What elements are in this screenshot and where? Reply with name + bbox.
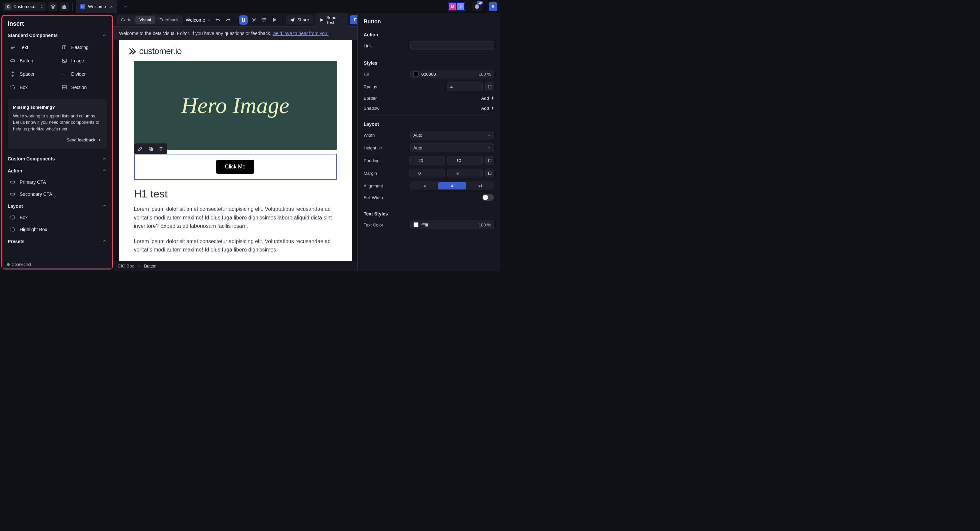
undo-button[interactable] [214, 15, 222, 25]
selected-element[interactable]: Click Me [134, 154, 337, 180]
padding-v-input[interactable] [447, 156, 483, 165]
component-spacer[interactable]: Spacer [6, 68, 57, 80]
logo-text: customer.io [139, 46, 182, 56]
info-title: Missing something? [13, 104, 101, 111]
align-right-icon [477, 184, 482, 188]
project-selector[interactable]: C Customer.i... [3, 2, 46, 11]
padding-label: Padding [364, 158, 409, 163]
spacer-icon [10, 72, 15, 77]
fill-value[interactable]: 000000 [422, 72, 476, 77]
section-layout: Layout [364, 121, 494, 127]
h1-heading[interactable]: H1 test [119, 180, 352, 205]
svg-rect-11 [149, 147, 151, 150]
height-select[interactable]: Auto [410, 144, 494, 152]
mode-code[interactable]: Code [117, 16, 135, 24]
link-input[interactable] [410, 41, 494, 50]
fullwidth-label: Full Width [364, 195, 410, 200]
margin-h-input[interactable] [409, 169, 445, 177]
svg-rect-3 [62, 86, 66, 87]
preview-button[interactable] [270, 15, 278, 25]
new-tab-button[interactable]: + [119, 3, 133, 10]
tab-welcome[interactable]: Welcome × [76, 0, 117, 13]
add-shadow-button[interactable]: Add+ [481, 105, 494, 111]
align-right-button[interactable] [466, 182, 493, 190]
alignment-label: Alignment [364, 183, 410, 188]
breadcrumb-item[interactable]: CIO Box [118, 263, 134, 268]
user-avatar[interactable]: B [488, 2, 497, 11]
home-button[interactable] [60, 2, 69, 11]
share-button[interactable]: Share [286, 15, 313, 24]
button-icon [10, 191, 15, 197]
edit-button[interactable] [135, 144, 145, 153]
sliders-button[interactable] [260, 15, 268, 25]
duplicate-button[interactable] [146, 144, 156, 153]
chevron-right-icon [97, 138, 101, 142]
component-heading[interactable]: Heading [58, 41, 108, 53]
component-image[interactable]: Image [58, 55, 108, 67]
width-select[interactable]: Auto [410, 131, 494, 139]
textcolor-value[interactable]: ffffff [422, 222, 476, 228]
textcolor-opacity[interactable]: 100 % [479, 222, 491, 228]
breadcrumb-item[interactable]: Button [144, 263, 157, 268]
svg-rect-6 [11, 193, 15, 195]
align-center-button[interactable] [438, 182, 466, 190]
hero-image[interactable]: Hero Image [134, 61, 337, 150]
redo-button[interactable] [224, 15, 232, 25]
notifications-button[interactable]: 19 [473, 2, 482, 11]
component-divider[interactable]: Divider [58, 68, 108, 80]
radius-input[interactable] [447, 82, 483, 91]
height-label: Height [364, 145, 410, 150]
chevron-up-icon [102, 239, 107, 243]
send-icon [320, 18, 324, 22]
fill-opacity[interactable]: 100 % [479, 72, 491, 77]
cta-button[interactable]: Click Me [216, 160, 254, 174]
settings-button[interactable] [250, 15, 258, 25]
component-highlight-box[interactable]: Highlight Box [6, 223, 108, 236]
mode-feedback[interactable]: Feedback [155, 16, 182, 24]
fullwidth-toggle[interactable] [482, 194, 494, 201]
device-button[interactable] [239, 15, 248, 25]
share-icon [290, 18, 295, 22]
svg-rect-9 [243, 18, 245, 22]
svg-rect-14 [488, 172, 491, 174]
mode-visual[interactable]: Visual [135, 16, 155, 24]
feedback-link[interactable]: we'd love to hear from you! [273, 31, 329, 36]
delete-button[interactable] [156, 144, 166, 153]
component-section[interactable]: Section [58, 81, 108, 93]
document-name[interactable]: Welcome [186, 18, 211, 23]
section-standard-components[interactable]: Standard Components [2, 31, 112, 41]
textcolor-swatch[interactable] [413, 222, 418, 228]
group-layout[interactable]: Layout [2, 200, 112, 212]
component-text[interactable]: Text [6, 41, 57, 53]
section-custom-components[interactable]: Custom Components [2, 154, 112, 165]
reset-icon[interactable] [378, 146, 382, 150]
component-button[interactable]: Button [6, 55, 57, 67]
component-box-custom[interactable]: Box [6, 212, 108, 223]
component-secondary-cta[interactable]: Secondary CTA [6, 188, 108, 200]
margin-expand-button[interactable] [485, 169, 494, 177]
collaborator-avatars[interactable]: M J [448, 2, 465, 11]
padding-h-input[interactable] [409, 156, 445, 165]
group-action[interactable]: Action [2, 165, 112, 176]
padding-expand-button[interactable] [485, 156, 494, 165]
send-feedback-link[interactable]: Send feedback [13, 137, 101, 144]
radius-expand-button[interactable] [485, 82, 494, 91]
component-box[interactable]: Box [6, 81, 57, 93]
component-primary-cta[interactable]: Primary CTA [6, 176, 108, 188]
properties-panel: Button Action Link Styles Fill 000000 10… [357, 13, 500, 271]
align-left-button[interactable] [411, 182, 438, 190]
group-presets[interactable]: Presets [2, 236, 112, 247]
send-test-button[interactable]: Send Test [315, 13, 348, 27]
paragraph[interactable]: Lorem ipsum dolor sit amet consectetur a… [119, 237, 352, 261]
margin-v-input[interactable] [447, 169, 483, 177]
connection-status: Connected [2, 260, 112, 268]
close-icon[interactable]: × [110, 4, 113, 10]
divider [485, 3, 485, 11]
svg-rect-4 [62, 88, 66, 89]
add-border-button[interactable]: Add+ [481, 95, 494, 101]
fill-swatch[interactable] [413, 72, 418, 77]
paragraph[interactable]: Lorem ipsum dolor sit amet consectetur a… [119, 205, 352, 237]
email-canvas[interactable]: customer.io Hero Image Click Me H1 test … [119, 40, 352, 261]
layers-button[interactable] [48, 2, 58, 11]
textcolor-label: Text Color [364, 222, 410, 228]
